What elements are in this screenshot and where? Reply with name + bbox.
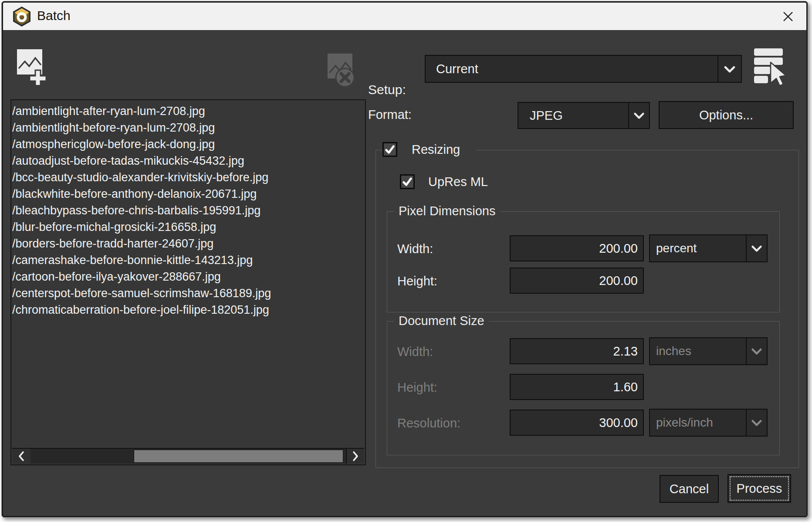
resolution-unit-dropdown: pixels/inch <box>649 409 768 437</box>
format-dropdown-value: JPEG <box>518 103 628 128</box>
list-item[interactable]: /chromaticaberration-before-joel-filipe-… <box>12 302 365 318</box>
dialog-body: Setup: Current /ambientlight-afte <box>3 30 806 516</box>
list-item[interactable]: /bleachbypass-before-chris-barbalis-1959… <box>12 202 365 219</box>
add-images-button[interactable] <box>16 47 50 85</box>
resolution-field[interactable]: 300.00 <box>510 410 644 436</box>
document-size-title: Document Size <box>394 314 489 328</box>
chevron-left-icon <box>18 451 25 462</box>
window-chrome: Batch <box>2 1 808 517</box>
doc-width-field[interactable]: 2.13 <box>510 338 644 364</box>
checkmark-icon <box>402 177 413 186</box>
pixel-height-label: Height: <box>397 274 437 288</box>
format-dropdown[interactable]: JPEG <box>518 102 650 129</box>
resizing-checkbox-label[interactable]: Resizing <box>412 142 460 157</box>
close-button[interactable] <box>778 7 798 26</box>
chevron-down-icon <box>746 235 767 261</box>
pixel-dimensions-title: Pixel Dimensions <box>394 204 500 218</box>
scrollbar-thumb[interactable] <box>134 450 343 463</box>
close-icon <box>782 10 795 23</box>
horizontal-scrollbar[interactable] <box>12 448 364 464</box>
list-item[interactable]: /blur-before-michal-grosicki-216658.jpg <box>12 219 365 235</box>
list-item[interactable]: /ambientlight-before-ryan-lum-2708.jpg <box>12 119 365 136</box>
file-list-items: /ambientlight-after-ryan-lum-2708.jpg/am… <box>12 103 365 318</box>
pixel-unit-value: percent <box>650 235 746 261</box>
resizing-checkbox[interactable] <box>382 142 397 157</box>
doc-width-label: Width: <box>397 345 433 359</box>
process-button[interactable]: Process <box>727 474 791 503</box>
list-item[interactable]: /centerspot-before-samuel-scrimshaw-1681… <box>12 285 365 302</box>
chevron-right-icon <box>352 451 359 462</box>
pixel-width-field[interactable]: 200.00 <box>510 235 644 261</box>
chevron-down-icon <box>717 56 741 82</box>
resolution-label: Resolution: <box>397 416 460 430</box>
list-item[interactable]: /camerashake-before-bonnie-kittle-143213… <box>12 252 365 268</box>
upres-ml-checkbox[interactable] <box>400 174 415 189</box>
remove-images-button-disabled <box>327 53 355 88</box>
scroll-right-button[interactable] <box>346 449 364 464</box>
checkmark-icon <box>385 145 395 154</box>
chevron-down-icon <box>746 338 767 364</box>
list-item[interactable]: /blackwhite-before-anthony-delanoix-2067… <box>12 186 365 202</box>
list-item[interactable]: /autoadjust-before-tadas-mikuckis-45432.… <box>12 153 365 169</box>
app-logo-icon <box>12 6 32 27</box>
doc-height-label: Height: <box>397 380 437 395</box>
doc-unit-dropdown: inches <box>649 337 768 365</box>
list-item[interactable]: /ambientlight-after-ryan-lum-2708.jpg <box>12 103 365 119</box>
window-title: Batch <box>37 8 71 23</box>
pixel-height-field[interactable]: 200.00 <box>510 268 644 294</box>
file-list[interactable]: /ambientlight-after-ryan-lum-2708.jpg/am… <box>10 99 366 465</box>
format-label: Format: <box>368 108 412 122</box>
batch-dialog: Batch <box>0 0 812 522</box>
upres-ml-checkbox-label[interactable]: UpRes ML <box>428 175 488 189</box>
apply-batch-list-button[interactable] <box>753 47 786 86</box>
pixel-width-label: Width: <box>397 242 433 256</box>
chevron-down-icon <box>628 103 649 128</box>
setup-label: Setup: <box>368 82 406 97</box>
format-options-button[interactable]: Options... <box>659 101 794 129</box>
list-item[interactable]: /cartoon-before-ilya-yakover-288667.jpg <box>12 268 365 285</box>
title-bar: Batch <box>3 3 806 30</box>
resolution-unit-value: pixels/inch <box>650 410 746 436</box>
doc-height-field[interactable]: 1.60 <box>510 374 644 400</box>
scroll-left-button[interactable] <box>12 449 30 464</box>
doc-unit-value: inches <box>650 338 746 364</box>
cancel-button[interactable]: Cancel <box>660 475 719 503</box>
list-item[interactable]: /bcc-beauty-studio-alexander-krivitskiy-… <box>12 169 365 186</box>
list-item[interactable]: /atmosphericglow-before-jack-dong.jpg <box>12 136 365 153</box>
list-item[interactable]: /borders-before-tradd-harter-24607.jpg <box>12 235 365 252</box>
pixel-unit-dropdown[interactable]: percent <box>649 234 768 262</box>
setup-dropdown-value: Current <box>426 56 717 82</box>
dialog-window: Batch <box>1 1 808 518</box>
setup-dropdown[interactable]: Current <box>425 55 742 83</box>
chevron-down-icon <box>746 410 767 436</box>
